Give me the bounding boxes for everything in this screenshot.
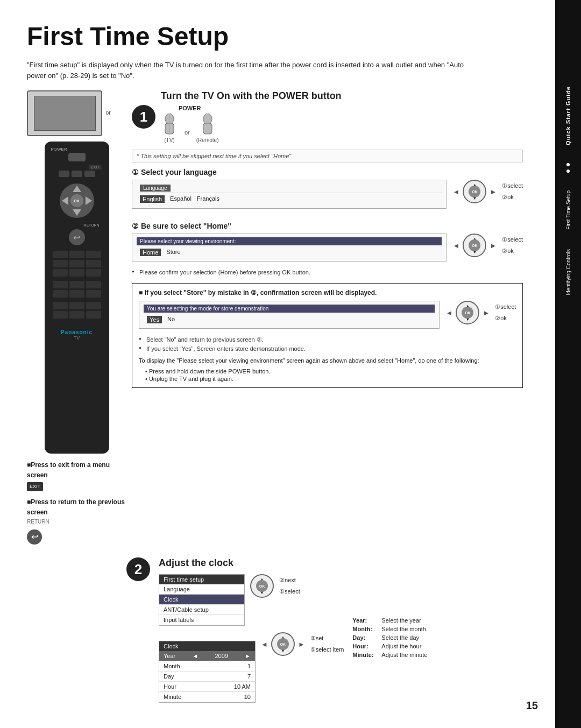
store-warning-title: ■ If you select "Store" by mistake in ②,… — [139, 289, 516, 296]
remote-tv-label: TV — [74, 335, 80, 341]
step1-section: or POWER EXIT — [27, 90, 523, 547]
first-time-setup-menu: First time setup Language Clock ANT/Cabl… — [159, 574, 245, 626]
lang-english[interactable]: English — [140, 195, 165, 203]
sub-step-language: ① Select your language Language English … — [132, 168, 523, 214]
skip-note: * This setting will be skipped next time… — [132, 150, 523, 162]
store-demo-title: You are selecting the mode for store dem… — [144, 305, 435, 313]
step2-section: 2 Adjust the clock First time setup Lang… — [27, 557, 523, 703]
or-label-power: or — [185, 129, 190, 136]
home-mockup: Please select your viewing environment: … — [132, 234, 447, 261]
exit-badge: EXIT — [27, 482, 43, 491]
menu-item-input[interactable]: Input labels — [159, 615, 244, 625]
remote-function-grid — [53, 281, 101, 298]
home-confirm-note: Please confirm your selection (Home) bef… — [132, 269, 523, 275]
return-badge[interactable]: ↩ — [27, 529, 42, 545]
nav-circle-lang[interactable]: ▲ ▼ OK — [463, 180, 486, 203]
sub-step-home: ② Be sure to select "Home" Please select… — [132, 222, 523, 275]
tv-label: (TV) — [164, 137, 174, 143]
return-label: RETURN — [83, 223, 99, 227]
clock-nav-col: ◄ ▲ ▼ OK ► ②set ①select item — [261, 632, 344, 656]
step2-circle-col: 2 — [126, 557, 150, 581]
clock-year-row[interactable]: Year ◄ 2009 ► — [159, 651, 255, 661]
menu-item-clock[interactable]: Clock — [159, 595, 244, 605]
or-label-tv: or — [105, 109, 111, 116]
menu-mockup-title: First time setup — [159, 575, 244, 584]
year-label: Year: Select the year — [352, 617, 427, 624]
press-exit-title: ■Press to exit from a menu screen — [27, 460, 126, 480]
hour-label: Hour: Adjust the hour — [352, 643, 427, 649]
remote-extra-grid — [53, 302, 101, 319]
return-label-small: RETURN — [27, 518, 126, 526]
lang-espanol[interactable]: Español — [170, 195, 192, 203]
right-sidebar: Quick Start Guide First Time Setup Ident… — [555, 0, 581, 728]
return-button[interactable]: ↩ — [69, 229, 85, 245]
clock-mockups-col: First time setup Language Clock ANT/Cabl… — [159, 574, 344, 703]
lang-select-annotation: ①select — [502, 182, 523, 189]
store-no[interactable]: No — [167, 316, 175, 323]
nav-circle-menu[interactable]: ▲ ▼ OK — [250, 574, 274, 598]
sidebar-dots — [566, 161, 570, 174]
page-number: 15 — [526, 699, 538, 712]
menu-select-annotation: ①select — [279, 588, 300, 595]
svg-point-3 — [203, 114, 212, 124]
clock-mockup-title: Clock — [159, 641, 255, 651]
home-mockup-title: Please select your viewing environment: — [137, 237, 442, 245]
store-select-annotation: ①select — [495, 303, 516, 310]
nav-circle-store[interactable]: ▲ ▼ OK — [456, 301, 479, 324]
lang-ok-annotation: ②ok — [502, 194, 523, 201]
month-label: Month: Select the month — [352, 626, 427, 632]
page-title: First Time Setup — [27, 22, 523, 51]
sidebar-items-list: First Time Setup Identifying Controls — [565, 190, 571, 295]
store-action-1: • Press and hold down the side POWER but… — [139, 368, 516, 374]
clock-hour-row[interactable]: Hour 10 AM — [159, 682, 255, 692]
press-exit-note: ■Press to exit from a menu screen EXIT — [27, 460, 126, 493]
menu-nav-col: ▲ ▼ OK ②next ①select — [250, 574, 300, 598]
menu-item-ant[interactable]: ANT/Cable setup — [159, 605, 244, 615]
store-bullet-1: Select "No" and return to previous scree… — [139, 336, 516, 343]
sidebar-item-2: Identifying Controls — [565, 249, 571, 295]
clock-field-labels: Year: Select the year Month: Select the … — [352, 574, 427, 660]
clock-with-nav: Clock Year ◄ 2009 ► Month 1 — [159, 632, 344, 703]
store-warning-box: ■ If you select "Store" by mistake in ②,… — [132, 283, 523, 388]
lang-francais[interactable]: Français — [197, 195, 219, 203]
ok-button[interactable]: OK — [70, 194, 83, 207]
minute-label: Minute: Adjust the minute — [352, 652, 427, 658]
clock-mockup: Clock Year ◄ 2009 ► Month 1 — [159, 641, 256, 703]
menu-item-language[interactable]: Language — [159, 584, 244, 595]
store-yes[interactable]: Yes — [147, 316, 162, 323]
store-option[interactable]: Store — [166, 249, 180, 256]
sub-step2-title: ② Be sure to select "Home" — [132, 222, 523, 230]
store-to-display: To display the "Please select your viewi… — [139, 356, 516, 366]
day-label: Day: Select the day — [352, 634, 427, 641]
store-ui-row: You are selecting the mode for store dem… — [139, 301, 516, 334]
step1-instructions: 1 Turn the TV On with the POWER button P… — [132, 90, 523, 393]
language-mockup: Language English Español Français — [132, 180, 447, 209]
clock-set-annotation: ②set — [310, 635, 344, 642]
press-return-title: ■Press to return to the previous screen — [27, 497, 126, 518]
remote-brand: Panasonic — [61, 329, 93, 335]
language-mockup-title: Language — [140, 185, 171, 192]
remote-top-buttons — [59, 171, 95, 177]
nav-circle-home[interactable]: ▲ ▼ OK — [463, 234, 486, 257]
remote-dpad[interactable]: OK — [60, 183, 94, 218]
remote-power-button[interactable] — [68, 153, 86, 161]
clock-minute-row[interactable]: Minute 10 — [159, 692, 255, 702]
clock-month-row[interactable]: Month 1 — [159, 661, 255, 672]
step1-circle: 1 — [132, 105, 155, 129]
clock-day-row[interactable]: Day 7 — [159, 672, 255, 682]
home-option[interactable]: Home — [140, 249, 161, 256]
remote-power-label: POWER — [51, 147, 67, 152]
intro-text: "First time setup" is displayed only whe… — [27, 60, 468, 81]
remote-illustration: POWER EXIT — [45, 142, 109, 454]
remote-column: or POWER EXIT — [27, 90, 126, 547]
exit-button-label[interactable]: EXIT — [89, 165, 102, 169]
sidebar-title: Quick Start Guide — [565, 86, 571, 145]
svg-rect-4 — [203, 123, 212, 134]
nav-circle-clock[interactable]: ▲ ▼ OK — [271, 632, 295, 656]
sidebar-item-1: First Time Setup — [565, 190, 571, 230]
step2-content-area: Adjust the clock First time setup Langua… — [159, 557, 523, 703]
power-label-header: POWER — [179, 105, 201, 111]
menu-next-annotation: ②next — [279, 577, 300, 584]
language-ui-row: Language English Español Français — [132, 180, 523, 214]
clock-select-annotation: ①select item — [310, 646, 344, 653]
